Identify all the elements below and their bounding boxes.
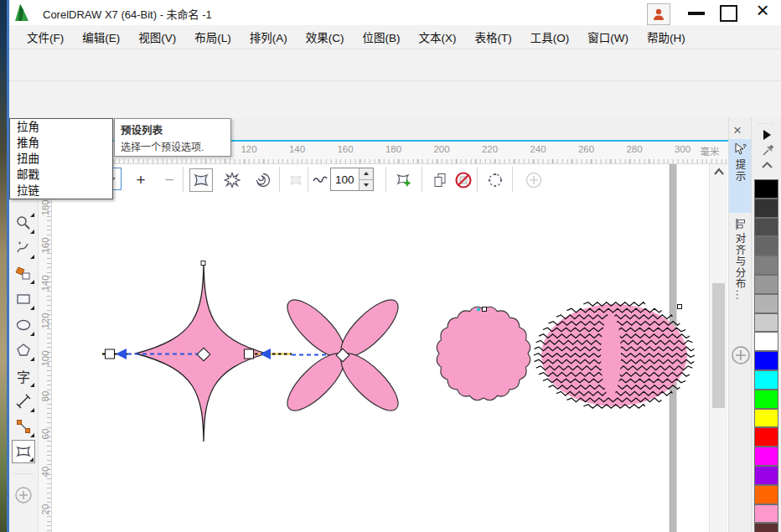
freehand-tool-icon — [15, 240, 32, 256]
polygon-tool-icon — [15, 342, 32, 359]
color-swatch[interactable] — [754, 504, 778, 524]
docker-tab-strip: × ? 提示 对齐与分布... — [728, 117, 751, 532]
color-swatch[interactable] — [754, 256, 778, 275]
palette-flyout-arrow-icon[interactable] — [763, 130, 771, 140]
menu-text[interactable]: 文本(X) — [410, 25, 466, 49]
color-swatch[interactable] — [754, 409, 778, 428]
preset-dropdown-list[interactable]: 拉角 推角 扭曲 邮戳 拉链 — [9, 118, 113, 199]
color-swatch[interactable] — [754, 179, 778, 199]
color-swatch[interactable] — [754, 370, 778, 390]
add-new-distortion-button[interactable] — [392, 168, 416, 192]
docker-close-icon[interactable]: × — [733, 122, 742, 139]
menu-bitmaps[interactable]: 位图(B) — [354, 25, 410, 49]
rectangle-tool[interactable] — [12, 287, 35, 311]
ruler-label: 220 — [478, 144, 503, 154]
scallop-node-dot — [477, 308, 480, 312]
docker-expand-icon[interactable] — [731, 345, 751, 365]
color-swatch[interactable] — [754, 236, 778, 256]
distort-tool[interactable] — [12, 440, 35, 463]
color-swatch[interactable] — [754, 351, 778, 370]
palette-scroll-up-icon[interactable] — [761, 161, 773, 170]
push-pull-distortion-button[interactable] — [189, 168, 213, 192]
propbar-separator — [385, 167, 386, 192]
vertical-scrollbar[interactable] — [709, 164, 727, 532]
menu-table[interactable]: 表格(T) — [466, 25, 521, 49]
color-swatch[interactable] — [754, 485, 778, 504]
add-tools-button[interactable] — [12, 483, 35, 507]
distortion-end-handle[interactable] — [245, 349, 254, 359]
menu-tools[interactable]: 工具(O) — [521, 25, 579, 49]
color-swatch[interactable] — [754, 523, 778, 532]
amplitude-arrow-left[interactable] — [116, 349, 127, 359]
preset-option-corner-pull[interactable]: 拉角 — [10, 119, 112, 135]
color-swatch[interactable] — [754, 313, 778, 333]
ellipse-tool[interactable] — [12, 313, 35, 337]
amplitude-arrow-right[interactable] — [260, 349, 271, 359]
preset-option-postmark[interactable]: 邮戳 — [10, 167, 112, 183]
palette-drag-handle[interactable]: ···· — [758, 119, 773, 127]
preset-option-twist[interactable]: 扭曲 — [10, 151, 112, 167]
smooth-distortion-button[interactable] — [284, 168, 308, 192]
eyedropper-icon[interactable] — [762, 144, 774, 157]
color-swatch[interactable] — [754, 294, 778, 313]
menu-effects[interactable]: 效果(C) — [297, 25, 354, 49]
clear-distortion-button[interactable] — [452, 168, 475, 192]
scroll-up-arrow-icon[interactable] — [713, 167, 725, 177]
zipper-top-node[interactable] — [678, 305, 682, 309]
connector-tool-icon — [15, 418, 32, 435]
text-tool[interactable]: 字 — [12, 364, 35, 388]
convert-to-curves-button[interactable] — [522, 168, 546, 192]
preset-option-zipper[interactable]: 拉链 — [10, 183, 112, 199]
spinner-up-button[interactable] — [359, 168, 373, 180]
menu-arrange[interactable]: 排列(A) — [241, 25, 297, 49]
tooltip: 预设列表 选择一个预设选项. — [114, 118, 231, 157]
menu-layout[interactable]: 布局(L) — [185, 25, 241, 49]
amplitude-spinner[interactable]: 100 — [330, 168, 374, 191]
color-swatch[interactable] — [754, 427, 778, 447]
star-top-node[interactable] — [201, 261, 205, 266]
polygon-tool[interactable] — [12, 338, 35, 362]
color-swatch[interactable] — [754, 390, 778, 409]
dimension-tool[interactable] — [12, 390, 35, 413]
menu-edit[interactable]: 编辑(E) — [73, 25, 129, 49]
ruler-label: 40 — [40, 459, 50, 484]
color-swatch[interactable] — [754, 218, 778, 237]
docker-tab-align[interactable]: 对齐与分布... — [729, 214, 751, 307]
ruler-label: 240 — [525, 144, 551, 154]
menu-file[interactable]: 文件(F) — [18, 25, 73, 49]
add-preset-button[interactable]: + — [129, 168, 153, 192]
clear-distortion-icon — [454, 171, 473, 189]
distortion-start-handle[interactable] — [106, 349, 115, 359]
close-button[interactable]: × — [752, 0, 773, 23]
zipper-distortion-icon — [224, 172, 241, 189]
color-swatch[interactable] — [754, 447, 778, 466]
remove-preset-button[interactable]: − — [158, 168, 181, 192]
smart-fill-tool[interactable] — [12, 261, 35, 285]
connector-tool[interactable] — [12, 415, 35, 438]
ellipse-tool-icon — [15, 317, 32, 333]
color-swatch[interactable] — [754, 275, 778, 294]
maximize-button[interactable] — [720, 5, 737, 22]
scalloped-circle-shape[interactable] — [437, 307, 530, 400]
menu-view[interactable]: 视图(V) — [129, 25, 185, 49]
twister-distortion-button[interactable] — [251, 168, 275, 192]
copy-distortion-icon — [432, 172, 448, 189]
minimize-button[interactable] — [688, 12, 705, 15]
scallop-top-node[interactable] — [483, 307, 487, 312]
ruler-label: 80 — [40, 384, 50, 409]
color-swatch[interactable] — [754, 332, 778, 351]
center-distortion-button[interactable] — [484, 168, 507, 192]
menu-help[interactable]: 帮助(H) — [638, 25, 695, 49]
user-account-button[interactable] — [647, 3, 670, 25]
freehand-tool[interactable] — [12, 236, 35, 260]
copy-distortion-button[interactable] — [428, 168, 452, 192]
color-swatch[interactable] — [754, 466, 778, 485]
spinner-down-button[interactable] — [359, 180, 373, 191]
docker-tab-hints[interactable]: ? 提示 — [729, 139, 751, 213]
zipper-distortion-button[interactable] — [220, 168, 244, 192]
scrollbar-thumb[interactable] — [712, 283, 725, 408]
zoom-tool[interactable] — [12, 211, 35, 235]
color-swatch[interactable] — [754, 199, 778, 218]
preset-option-corner-push[interactable]: 推角 — [10, 135, 112, 151]
menu-window[interactable]: 窗口(W) — [578, 25, 638, 49]
